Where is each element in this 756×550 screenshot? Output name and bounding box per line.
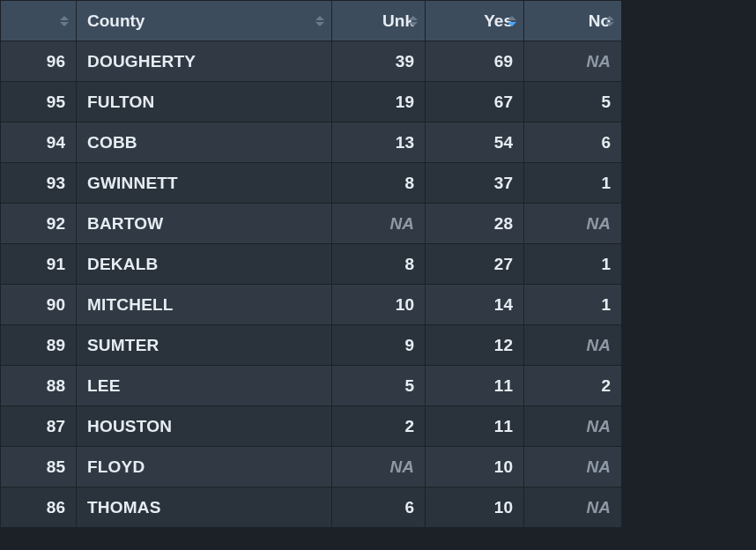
cell-unk: 8 — [332, 163, 426, 204]
cell-index: 90 — [1, 285, 77, 325]
cell-unk: 9 — [332, 325, 426, 366]
sort-control-yes[interactable] — [508, 16, 516, 26]
cell-no: NA — [524, 406, 622, 447]
cell-index: 88 — [1, 366, 77, 406]
cell-yes: 12 — [426, 325, 524, 366]
cell-unk: 13 — [332, 123, 426, 163]
table-row[interactable]: 88LEE5112 — [1, 366, 622, 406]
sort-desc-active-icon — [508, 22, 516, 26]
cell-no: 2 — [524, 366, 622, 406]
cell-index: 96 — [1, 41, 77, 82]
header-county-label: County — [87, 11, 145, 31]
cell-index: 95 — [1, 82, 77, 123]
cell-yes: 69 — [426, 41, 524, 82]
cell-no: 5 — [524, 82, 622, 123]
cell-no: NA — [524, 325, 622, 366]
sort-control-index[interactable] — [60, 16, 69, 26]
cell-index: 94 — [1, 123, 77, 163]
sort-asc-icon — [605, 16, 614, 20]
cell-unk: 10 — [332, 285, 426, 325]
table-row[interactable]: 95FULTON19675 — [1, 82, 622, 123]
table-row[interactable]: 85FLOYDNA10NA — [1, 447, 622, 487]
cell-county: THOMAS — [77, 487, 332, 528]
table-row[interactable]: 87HOUSTON211NA — [1, 406, 622, 447]
cell-county: LEE — [77, 366, 332, 406]
cell-unk: 8 — [332, 244, 426, 285]
cell-index: 89 — [1, 325, 77, 366]
sort-desc-icon — [409, 22, 418, 26]
table-row[interactable]: 94COBB13546 — [1, 123, 622, 163]
cell-no: 1 — [524, 244, 622, 285]
header-unk[interactable]: Unk — [332, 1, 426, 41]
table-row[interactable]: 96DOUGHERTY3969NA — [1, 41, 622, 82]
data-table: County Unk Yes — [0, 0, 622, 528]
cell-county: SUMTER — [77, 325, 332, 366]
sort-asc-icon — [315, 16, 324, 20]
sort-control-no[interactable] — [605, 16, 614, 26]
cell-index: 87 — [1, 406, 77, 447]
cell-yes: 14 — [426, 285, 524, 325]
header-index[interactable] — [1, 1, 77, 41]
cell-yes: 37 — [426, 163, 524, 204]
cell-no: NA — [524, 204, 622, 244]
cell-yes: 11 — [426, 366, 524, 406]
cell-index: 86 — [1, 487, 77, 528]
header-no[interactable]: No — [524, 1, 622, 41]
cell-yes: 10 — [426, 487, 524, 528]
cell-yes: 28 — [426, 204, 524, 244]
sort-asc-icon — [409, 16, 418, 20]
cell-unk: 19 — [332, 82, 426, 123]
table-row[interactable]: 93GWINNETT8371 — [1, 163, 622, 204]
sort-control-county[interactable] — [315, 16, 324, 26]
cell-no: NA — [524, 41, 622, 82]
cell-no: 1 — [524, 163, 622, 204]
cell-county: HOUSTON — [77, 406, 332, 447]
cell-index: 91 — [1, 244, 77, 285]
cell-county: BARTOW — [77, 204, 332, 244]
cell-yes: 10 — [426, 447, 524, 487]
cell-unk: NA — [332, 447, 426, 487]
header-yes[interactable]: Yes — [426, 1, 524, 41]
cell-index: 92 — [1, 204, 77, 244]
cell-unk: 39 — [332, 41, 426, 82]
cell-yes: 54 — [426, 123, 524, 163]
sort-control-unk[interactable] — [409, 16, 418, 26]
cell-unk: 5 — [332, 366, 426, 406]
cell-no: 6 — [524, 123, 622, 163]
table-row[interactable]: 89SUMTER912NA — [1, 325, 622, 366]
cell-no: 1 — [524, 285, 622, 325]
cell-yes: 27 — [426, 244, 524, 285]
cell-unk: NA — [332, 204, 426, 244]
table-row[interactable]: 91DEKALB8271 — [1, 244, 622, 285]
cell-county: MITCHELL — [77, 285, 332, 325]
header-county[interactable]: County — [77, 1, 332, 41]
sort-desc-icon — [60, 22, 69, 26]
data-table-container: County Unk Yes — [0, 0, 621, 528]
table-row[interactable]: 92BARTOWNA28NA — [1, 204, 622, 244]
cell-county: FULTON — [77, 82, 332, 123]
sort-asc-icon — [508, 16, 516, 20]
cell-unk: 2 — [332, 406, 426, 447]
cell-county: GWINNETT — [77, 163, 332, 204]
table-row[interactable]: 86THOMAS610NA — [1, 487, 622, 528]
cell-yes: 67 — [426, 82, 524, 123]
sort-desc-icon — [605, 22, 614, 26]
cell-index: 85 — [1, 447, 77, 487]
sort-asc-icon — [60, 16, 69, 20]
cell-no: NA — [524, 447, 622, 487]
table-body: 96DOUGHERTY3969NA95FULTON1967594COBB1354… — [1, 41, 622, 528]
sort-desc-icon — [315, 22, 324, 26]
cell-county: COBB — [77, 123, 332, 163]
cell-index: 93 — [1, 163, 77, 204]
cell-county: DOUGHERTY — [77, 41, 332, 82]
cell-yes: 11 — [426, 406, 524, 447]
cell-unk: 6 — [332, 487, 426, 528]
cell-county: FLOYD — [77, 447, 332, 487]
cell-no: NA — [524, 487, 622, 528]
table-row[interactable]: 90MITCHELL10141 — [1, 285, 622, 325]
header-row: County Unk Yes — [1, 1, 622, 41]
cell-county: DEKALB — [77, 244, 332, 285]
